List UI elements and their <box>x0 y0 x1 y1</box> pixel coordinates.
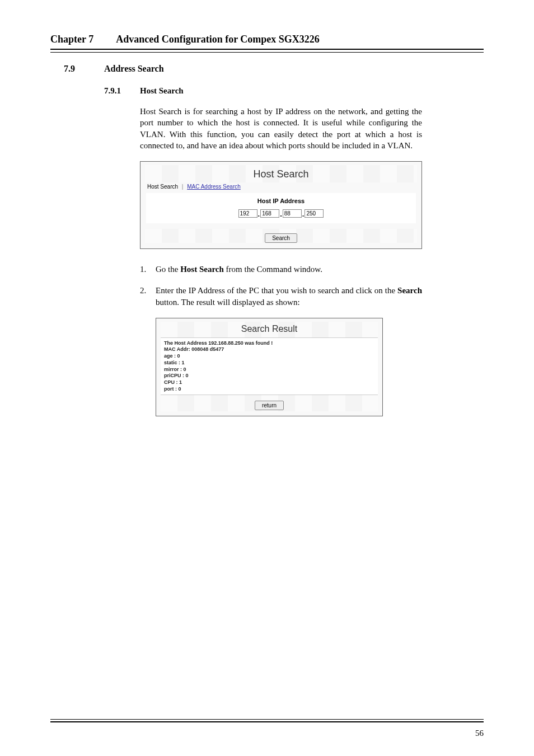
ip-dot: . <box>257 210 261 218</box>
figure2-title: Search Result <box>161 322 378 337</box>
header-rule <box>50 52 484 53</box>
section-title: Address Search <box>104 64 164 74</box>
figure2-button-row: return <box>161 395 378 411</box>
footer-rules <box>50 719 484 722</box>
result-line: age : 0 <box>164 353 374 360</box>
ip-dot: . <box>302 210 305 218</box>
return-button[interactable]: return <box>255 401 284 410</box>
ip-input-row: ... <box>149 208 413 218</box>
host-search-figure: Host Search Host Search | MAC Address Se… <box>140 161 422 249</box>
host-ip-label: Host IP Address <box>149 198 413 204</box>
section-heading: 7.9 Address Search <box>64 64 484 74</box>
step-text: Go the Host Search from the Command wind… <box>156 264 422 275</box>
list-item: 2. Enter the IP Address of the PC that y… <box>140 285 422 308</box>
ip-octet-1[interactable] <box>238 209 257 218</box>
tab-separator: | <box>182 184 184 190</box>
result-line: The Host Address 192.168.88.250 was foun… <box>164 340 374 347</box>
search-button[interactable]: Search <box>265 233 297 243</box>
subsection-heading: 7.9.1 Host Search <box>104 86 484 96</box>
chapter-title: Advanced Configuration for Compex SGX322… <box>116 34 320 45</box>
steps-list: 1. Go the Host Search from the Command w… <box>140 264 422 308</box>
result-line: static : 1 <box>164 360 374 367</box>
figure2-body: The Host Address 192.168.88.250 was foun… <box>161 337 378 396</box>
chapter-label: Chapter 7 <box>50 34 93 45</box>
step-number: 1. <box>140 264 156 275</box>
ip-octet-4[interactable] <box>305 209 324 218</box>
subsection-title: Host Search <box>140 86 184 96</box>
page-number: 56 <box>475 729 484 738</box>
result-line: priCPU : 0 <box>164 373 374 379</box>
result-line: CPU : 1 <box>164 379 374 386</box>
figure1-title: Host Search <box>145 165 417 182</box>
figure1-tabs: Host Search | MAC Address Search <box>145 182 417 192</box>
step-number: 2. <box>140 285 156 308</box>
result-line: mirror : 0 <box>164 367 374 373</box>
tab-mac-address-search[interactable]: MAC Address Search <box>187 184 241 190</box>
ip-octet-3[interactable] <box>283 209 302 218</box>
search-result-figure: Search Result The Host Address 192.168.8… <box>156 318 383 417</box>
list-item: 1. Go the Host Search from the Command w… <box>140 264 422 275</box>
ip-octet-2[interactable] <box>260 209 279 218</box>
intro-paragraph: Host Search is for searching a host by I… <box>140 106 422 151</box>
figure1-panel: Host IP Address ... <box>146 193 416 223</box>
result-line: MAC Addr: 008048 d5477 <box>164 346 374 353</box>
step-text: Enter the IP Address of the PC that you … <box>156 285 422 308</box>
result-line: port : 0 <box>164 386 374 393</box>
subsection-number: 7.9.1 <box>104 86 140 96</box>
figure1-button-row: Search <box>145 229 417 243</box>
ip-dot: . <box>279 210 283 218</box>
tab-host-search[interactable]: Host Search <box>147 184 178 190</box>
section-number: 7.9 <box>64 64 104 74</box>
page-header: Chapter 7 Advanced Configuration for Com… <box>50 34 484 50</box>
